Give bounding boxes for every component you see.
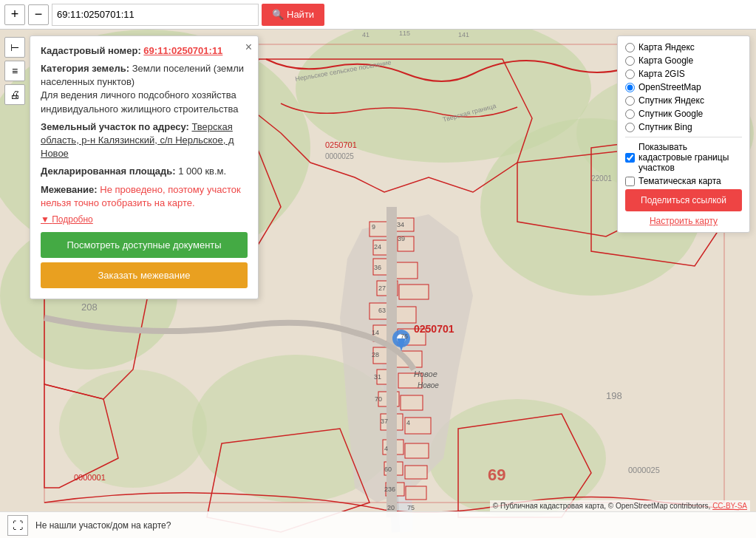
cadastre-link[interactable]: 69:11:0250701:11 — [143, 45, 222, 56]
svg-text:0000001: 0000001 — [74, 473, 106, 482]
configure-map-link[interactable]: Настроить карту — [625, 216, 742, 226]
layers-icon: ≡ — [12, 65, 18, 77]
svg-text:34: 34 — [397, 221, 404, 228]
svg-text:75: 75 — [407, 504, 415, 511]
layer-theme-map[interactable]: Тематическая карта — [625, 176, 742, 186]
attribution-link[interactable]: CC-BY-SA — [712, 502, 747, 510]
survey-block: Межевание: Не проведено, поэтому участок… — [41, 183, 248, 210]
fullscreen-icon: ⛶ — [13, 520, 23, 531]
layer-bing-sat[interactable]: Спутник Bing — [625, 122, 742, 132]
svg-text:4: 4 — [406, 419, 410, 426]
ruler-button[interactable]: ⊢ — [4, 37, 25, 58]
share-button[interactable]: Поделиться ссылкой — [625, 189, 742, 211]
layer-google-sat[interactable]: Спутник Google — [625, 109, 742, 119]
layer-2gis[interactable]: Карта 2GIS — [625, 69, 742, 79]
close-button[interactable]: × — [245, 41, 252, 54]
layer-google-map[interactable]: Карта Google — [625, 55, 742, 66]
svg-text:20: 20 — [387, 504, 395, 511]
documents-button[interactable]: Посмотреть доступные документы — [41, 232, 248, 258]
address-block: Земельный участок по адресу: Тверская об… — [41, 120, 248, 161]
svg-text:0250701: 0250701 — [325, 140, 357, 149]
details-link[interactable]: ▼ Подробно — [41, 214, 248, 225]
svg-rect-35 — [406, 486, 426, 500]
svg-text:28: 28 — [372, 351, 379, 358]
svg-text:39: 39 — [398, 235, 405, 242]
svg-rect-27 — [401, 395, 423, 410]
layer-osm[interactable]: OpenStreetMap — [625, 82, 742, 92]
svg-rect-33 — [405, 466, 427, 479]
svg-text:63: 63 — [378, 307, 386, 314]
layers-button[interactable]: ≡ — [4, 61, 25, 81]
land-use-value: Для ведения личного подсобного хозяйства… — [41, 89, 238, 114]
svg-point-7 — [429, 399, 606, 517]
svg-text:24: 24 — [374, 243, 381, 251]
svg-text:14: 14 — [372, 329, 379, 336]
fullscreen-button[interactable]: ⛶ — [7, 515, 28, 536]
ruler-icon: ⊢ — [10, 41, 19, 53]
svg-text:0000025: 0000025 — [628, 466, 660, 474]
survey-label: Межевание: — [41, 184, 98, 195]
area-block: Декларированная площадь: 1 000 кв.м. — [41, 165, 248, 178]
address-label: Земельный участок по адресу: — [41, 121, 189, 132]
arrow-icon: ▼ — [41, 214, 50, 225]
svg-text:198: 198 — [606, 390, 622, 401]
svg-text:236: 236 — [384, 486, 395, 493]
svg-rect-31 — [405, 443, 429, 458]
svg-point-8 — [59, 370, 207, 488]
layer-yandex-sat[interactable]: Спутник Яндекс — [625, 95, 742, 106]
divider — [625, 137, 742, 137]
svg-text:37: 37 — [381, 418, 388, 425]
svg-text:141: 141 — [458, 31, 469, 38]
print-button[interactable]: 🖨 — [4, 84, 25, 105]
search-input[interactable] — [52, 4, 259, 26]
svg-text:9: 9 — [372, 223, 375, 231]
svg-rect-17 — [399, 285, 429, 299]
svg-text:0250701: 0250701 — [414, 323, 454, 335]
svg-text:76: 76 — [401, 333, 408, 340]
svg-text:36: 36 — [374, 264, 381, 271]
land-category-label: Категория земель: — [41, 63, 129, 74]
zoom-in-button[interactable]: + — [4, 4, 25, 25]
layers-panel: Карта Яндекс Карта Google Карта 2GIS Ope… — [617, 35, 750, 233]
area-value: 1 000 кв.м. — [178, 166, 226, 177]
svg-text:70: 70 — [375, 395, 382, 403]
layer-show-cadastre[interactable]: Показывать кадастровые границы участков — [625, 142, 742, 173]
svg-text:Новое: Новое — [414, 370, 437, 378]
zoom-out-button[interactable]: − — [28, 4, 49, 25]
bottom-bar: ⛶ Не нашли участок/дом на карте? — [0, 511, 756, 538]
svg-text:0000025: 0000025 — [325, 152, 354, 160]
side-buttons: ⊢ ≡ 🖨 — [4, 37, 25, 105]
print-icon: 🖨 — [10, 89, 20, 101]
layer-yandex-map[interactable]: Карта Яндекс — [625, 42, 742, 52]
cadastre-label: Кадастровый номер: — [41, 45, 141, 56]
cadastre-number: Кадастровый номер: 69:11:0250701:11 — [41, 45, 248, 56]
svg-text:60: 60 — [384, 466, 392, 473]
land-category-block: Категория земель: Земли поселений (земли… — [41, 62, 248, 116]
info-panel: × Кадастровый номер: 69:11:0250701:11 Ка… — [30, 35, 259, 299]
svg-text:208: 208 — [81, 302, 98, 313]
area-label: Декларированная площадь: — [41, 166, 176, 177]
survey-button[interactable]: Заказать межевание — [41, 262, 248, 288]
svg-text:22001: 22001 — [591, 174, 612, 183]
svg-text:115: 115 — [399, 30, 410, 37]
svg-text:69: 69 — [488, 466, 505, 484]
attribution: © Публичная кадастровая карта, © OpenStr… — [490, 500, 750, 511]
svg-text:31: 31 — [374, 373, 381, 381]
svg-text:Новое: Новое — [418, 381, 439, 389]
svg-text:4: 4 — [384, 445, 388, 452]
svg-text:41: 41 — [362, 31, 370, 38]
search-icon: 🔍 — [272, 9, 284, 20]
search-button[interactable]: 🔍 Найти — [262, 4, 324, 26]
not-found-message: Не нашли участок/дом на карте? — [35, 520, 171, 531]
toolbar: + − 🔍 Найти — [0, 0, 756, 30]
svg-text:27: 27 — [378, 285, 386, 292]
